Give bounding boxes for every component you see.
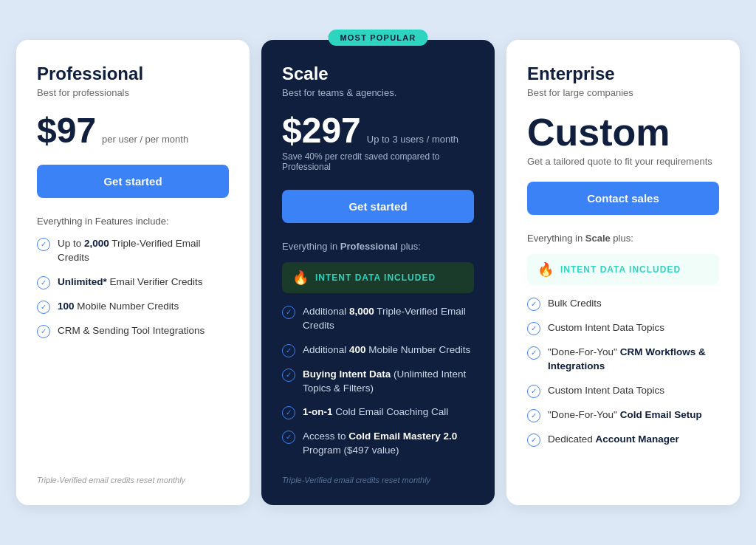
feature-item: ✓ Additional 8,000 Triple-Verified Email…: [282, 305, 474, 333]
card-enterprise: EnterpriseBest for large companiesCustom…: [506, 40, 740, 505]
cta-button[interactable]: Contact sales: [527, 182, 719, 215]
plan-name: Professional: [37, 64, 229, 84]
feature-text: Additional 8,000 Triple-Verified Email C…: [303, 305, 474, 333]
check-icon: ✓: [282, 431, 295, 444]
check-icon: ✓: [527, 298, 540, 311]
plan-tagline: Best for professionals: [37, 87, 229, 98]
check-icon: ✓: [282, 306, 295, 319]
check-icon: ✓: [527, 322, 540, 335]
feature-list: ✓ Up to 2,000 Triple-Verified Email Cred…: [37, 237, 229, 458]
check-icon: ✓: [282, 406, 295, 419]
intent-badge: 🔥 INTENT DATA INCLUDED: [527, 254, 719, 285]
cta-button[interactable]: Get started: [37, 165, 229, 198]
price-amount: $97: [37, 113, 96, 148]
feature-text: Access to Cold Email Mastery 2.0 Program…: [303, 430, 474, 458]
check-icon: ✓: [527, 433, 540, 447]
feature-item: ✓ Unlimited* Email Verifier Credits: [37, 275, 229, 289]
plan-name: Scale: [282, 64, 474, 84]
feature-text: CRM & Sending Tool Integrations: [58, 324, 205, 338]
price-period: per user / per month: [102, 134, 188, 145]
card-scale: MOST POPULARScaleBest for teams & agenci…: [261, 40, 495, 505]
feature-list: ✓ Bulk Credits ✓ Custom Intent Data Topi…: [527, 297, 719, 484]
features-label: Everything in Scale plus:: [527, 233, 719, 244]
check-icon: ✓: [37, 325, 50, 338]
price-period: Up to 3 users / month: [367, 134, 458, 145]
footer-note: Triple-Verified email credits reset mont…: [37, 476, 229, 484]
feature-text: Custom Intent Data Topics: [548, 321, 664, 335]
feature-text: 100 Mobile Number Credits: [58, 300, 179, 314]
card-professional: ProfessionalBest for professionals $97 p…: [16, 40, 250, 505]
check-icon: ✓: [37, 276, 50, 289]
plan-tagline: Best for large companies: [527, 87, 719, 98]
footer-note: Triple-Verified email credits reset mont…: [282, 476, 474, 484]
intent-badge-label: INTENT DATA INCLUDED: [560, 264, 681, 275]
feature-text: Custom Intent Data Topics: [548, 384, 664, 398]
feature-text: "Done-For-You" Cold Email Setup: [548, 408, 702, 422]
feature-text: Bulk Credits: [548, 297, 602, 311]
price-save: Save 40% per credit saved compared to Pr…: [282, 151, 474, 172]
feature-item: ✓ 100 Mobile Number Credits: [37, 300, 229, 314]
feature-text: Up to 2,000 Triple-Verified Email Credit…: [58, 237, 229, 265]
feature-item: ✓ Custom Intent Data Topics: [527, 321, 719, 335]
custom-tagline: Get a tailored quote to fit your require…: [527, 156, 719, 167]
plan-name: Enterprise: [527, 64, 719, 84]
feature-text: Dedicated Account Manager: [548, 433, 679, 447]
feature-text: Additional 400 Mobile Number Credits: [303, 343, 470, 357]
feature-list: ✓ Additional 8,000 Triple-Verified Email…: [282, 305, 474, 458]
check-icon: ✓: [37, 301, 50, 314]
plan-tagline: Best for teams & agencies.: [282, 87, 474, 98]
check-icon: ✓: [527, 385, 540, 398]
check-icon: ✓: [37, 238, 50, 251]
check-icon: ✓: [282, 369, 295, 382]
feature-item: ✓ Custom Intent Data Topics: [527, 384, 719, 398]
check-icon: ✓: [527, 346, 540, 360]
feature-item: ✓ Buying Intent Data (Unlimited Intent T…: [282, 368, 474, 396]
check-icon: ✓: [527, 409, 540, 422]
feature-item: ✓ Bulk Credits: [527, 297, 719, 311]
most-popular-badge: MOST POPULAR: [328, 30, 427, 46]
feature-text: 1-on-1 Cold Email Coaching Call: [303, 405, 448, 419]
feature-text: Buying Intent Data (Unlimited Intent Top…: [303, 368, 474, 396]
intent-badge-label: INTENT DATA INCLUDED: [315, 272, 436, 283]
pricing-container: ProfessionalBest for professionals $97 p…: [16, 40, 740, 505]
feature-item: ✓ Up to 2,000 Triple-Verified Email Cred…: [37, 237, 229, 265]
check-icon: ✓: [282, 344, 295, 357]
intent-badge: 🔥 INTENT DATA INCLUDED: [282, 262, 474, 293]
feature-item: ✓ Additional 400 Mobile Number Credits: [282, 343, 474, 357]
feature-item: ✓ Dedicated Account Manager: [527, 433, 719, 447]
features-label: Everything in Features include:: [37, 216, 229, 227]
price-row: $97 per user / per month: [37, 113, 229, 148]
price-amount: $297: [282, 113, 361, 148]
price-custom: Custom: [527, 113, 719, 151]
features-label: Everything in Professional plus:: [282, 241, 474, 252]
feature-item: ✓ CRM & Sending Tool Integrations: [37, 324, 229, 338]
feature-item: ✓ Access to Cold Email Mastery 2.0 Progr…: [282, 430, 474, 458]
feature-text: Unlimited* Email Verifier Credits: [58, 275, 203, 289]
cta-button[interactable]: Get started: [282, 190, 474, 223]
feature-item: ✓ 1-on-1 Cold Email Coaching Call: [282, 405, 474, 419]
intent-icon: 🔥: [537, 261, 554, 278]
price-row: $297 Up to 3 users / month: [282, 113, 474, 148]
feature-item: ✓ "Done-For-You" CRM Workflows & Integra…: [527, 346, 719, 374]
feature-text: "Done-For-You" CRM Workflows & Integrati…: [548, 346, 719, 374]
feature-item: ✓ "Done-For-You" Cold Email Setup: [527, 408, 719, 422]
intent-icon: 🔥: [292, 270, 309, 286]
